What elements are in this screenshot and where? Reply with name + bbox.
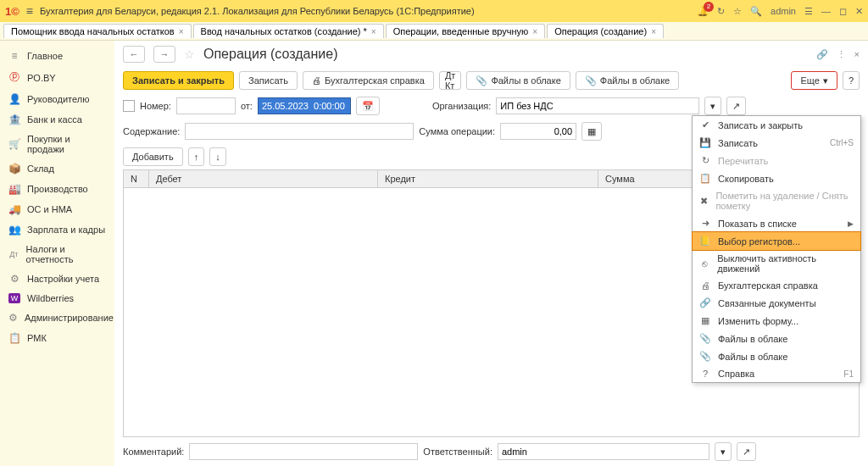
org-open-button[interactable]: ↗ (726, 97, 746, 115)
number-label: Номер: (140, 101, 171, 111)
menu-save-close[interactable]: ✔Записать и закрыть (693, 116, 860, 134)
tab-assistant[interactable]: Помощник ввода начальных остатков× (3, 24, 192, 38)
page-title: Операция (создание) (203, 47, 337, 62)
sidebar-item-bank[interactable]: 🏦Банк и касса (0, 109, 114, 130)
col-n[interactable]: N (124, 170, 149, 187)
menu-disable-activity[interactable]: ⎋Выключить активность движений (693, 250, 860, 277)
user-label[interactable]: admin (771, 6, 796, 16)
menu-files-cloud[interactable]: 📎Файлы в облаке (693, 330, 860, 347)
more-icon[interactable]: ⋮ (837, 49, 846, 60)
responsible-label: Ответственный: (423, 447, 492, 457)
menu-reread: ↻Перечитать (693, 152, 860, 169)
sidebar-item-wildberries[interactable]: WWildberries (0, 289, 114, 308)
menu-files-cloud-2[interactable]: 📎Файлы в облаке (693, 347, 860, 365)
hamburger-icon[interactable]: ≡ (26, 4, 33, 18)
notifications-icon[interactable]: 🔔2 (697, 6, 709, 17)
close-icon[interactable]: × (371, 27, 376, 36)
restore-icon[interactable]: ◻ (839, 6, 847, 17)
files-cloud-button-2[interactable]: 📎Файлы в облаке (576, 71, 679, 90)
sidebar-item-assets[interactable]: 🚚ОС и НМА (0, 199, 114, 219)
help-icon: ? (699, 369, 711, 379)
sidebar-item-taxes[interactable]: ДтНалоги и отчетность (0, 240, 114, 269)
sidebar-item-manager[interactable]: 👤Руководителю (0, 89, 114, 109)
history-icon[interactable]: ↻ (717, 6, 725, 17)
favorites-icon[interactable]: ☆ (733, 6, 742, 17)
sidebar-item-salary[interactable]: 👥Зарплата и кадры (0, 219, 114, 240)
add-button[interactable]: Добавить (123, 147, 183, 166)
menu-change-form[interactable]: ▦Изменить форму... (693, 312, 860, 330)
tab-manual-ops[interactable]: Операции, введенные вручную× (386, 24, 546, 38)
content-input[interactable] (185, 123, 414, 140)
link-icon[interactable]: 🔗 (816, 49, 828, 60)
sidebar-item-admin[interactable]: ⚙Администрирование (0, 308, 114, 328)
sidebar-item-main[interactable]: ≡Главное (0, 46, 114, 66)
responsible-input[interactable] (498, 443, 709, 460)
sidebar-item-production[interactable]: 🏭Производство (0, 179, 114, 199)
responsible-open[interactable]: ↗ (737, 442, 756, 461)
print-icon: 🖨 (312, 75, 321, 86)
sum-input[interactable] (500, 123, 576, 140)
menu-show-in-list[interactable]: ➜Показать в списке▶ (693, 214, 860, 232)
org-label: Организация: (432, 101, 491, 111)
org-input[interactable] (496, 97, 699, 114)
dtkt-button[interactable]: ДтКт (439, 71, 462, 90)
menu-copy[interactable]: 📋Скопировать (693, 169, 860, 187)
app-title: Бухгалтерия для Беларуси, редакция 2.1. … (40, 6, 690, 16)
minimize-icon[interactable]: — (821, 6, 831, 16)
menu-save[interactable]: 💾ЗаписатьCtrl+S (693, 134, 860, 152)
accounting-ref-button[interactable]: 🖨Бухгалтерская справка (303, 71, 434, 90)
col-credit[interactable]: Кредит (378, 170, 598, 187)
refresh-icon: ↻ (699, 155, 711, 166)
close-icon[interactable]: × (179, 27, 184, 36)
clip-icon: 📎 (699, 333, 711, 344)
calc-button[interactable]: ▦ (581, 122, 602, 141)
sidebar-item-poby[interactable]: ⓟPO.BY (0, 66, 114, 89)
sidebar-item-sales[interactable]: 🛒Покупки и продажи (0, 130, 114, 158)
tab-operation-create[interactable]: Операция (создание)× (547, 24, 664, 38)
content-label: Содержание: (123, 126, 180, 136)
close-icon[interactable]: × (651, 27, 656, 36)
files-cloud-button[interactable]: 📎Файлы в облаке (466, 71, 570, 90)
back-button[interactable]: ← (123, 46, 145, 63)
home-icon: ≡ (8, 50, 20, 62)
box-icon: 📦 (8, 163, 20, 175)
move-down-button[interactable]: ↓ (209, 147, 226, 166)
calendar-button[interactable]: 📅 (356, 97, 380, 115)
menu-icon[interactable]: ☰ (804, 6, 813, 17)
link-icon: 🔗 (699, 297, 711, 308)
menu-help[interactable]: ?СправкаF1 (693, 365, 860, 382)
menu-related-docs[interactable]: 🔗Связанные документы (693, 294, 860, 312)
forward-button[interactable]: → (153, 46, 175, 63)
number-input[interactable] (176, 97, 236, 114)
chevron-down-icon: ▾ (823, 75, 828, 86)
responsible-dropdown[interactable]: ▾ (715, 442, 732, 461)
menu-select-registers[interactable]: 📒Выбор регистров... (692, 231, 861, 251)
favorite-icon[interactable]: ☆ (184, 47, 195, 61)
date-input[interactable] (258, 97, 351, 114)
move-up-button[interactable]: ↑ (188, 147, 205, 166)
cart-icon: 🛒 (8, 138, 20, 150)
search-icon[interactable]: 🔍 (750, 6, 762, 17)
comment-input[interactable] (189, 443, 418, 460)
number-checkbox[interactable] (123, 100, 135, 112)
help-button[interactable]: ? (843, 71, 860, 90)
sidebar-item-rmk[interactable]: 📋РМК (0, 328, 114, 348)
menu-accounting-ref[interactable]: 🖨Бухгалтерская справка (693, 277, 860, 294)
app-logo: 1© (5, 5, 19, 18)
tab-balances-create[interactable]: Ввод начальных остатков (создание) *× (193, 24, 384, 38)
close-icon[interactable]: ✕ (855, 6, 863, 17)
sidebar-item-settings[interactable]: ⚙Настройки учета (0, 269, 114, 289)
registers-icon: 📒 (699, 236, 711, 247)
menu-mark-delete: ✖Пометить на удаление / Снять пометку (693, 187, 860, 214)
sidebar: ≡Главное ⓟPO.BY 👤Руководителю 🏦Банк и ка… (0, 41, 114, 466)
save-close-button[interactable]: Записать и закрыть (123, 71, 234, 90)
org-dropdown-button[interactable]: ▾ (704, 97, 721, 115)
close-icon[interactable]: × (532, 27, 537, 36)
content-area: ← → ☆ Операция (создание) 🔗 ⋮ × Записать… (114, 41, 868, 466)
form-icon: ▦ (699, 315, 711, 326)
close-panel-icon[interactable]: × (854, 49, 860, 59)
sidebar-item-warehouse[interactable]: 📦Склад (0, 158, 114, 179)
save-button[interactable]: Записать (239, 71, 298, 90)
more-button[interactable]: Еще ▾ (791, 71, 837, 90)
col-debit[interactable]: Дебет (149, 170, 378, 187)
